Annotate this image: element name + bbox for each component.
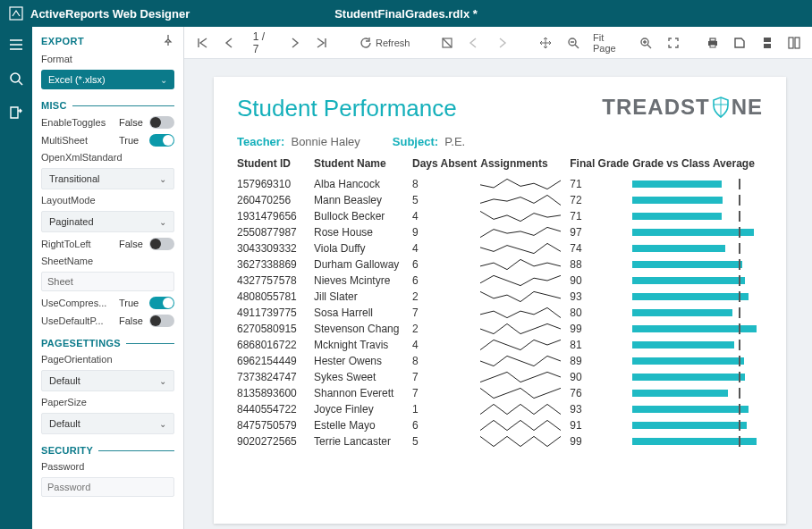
papersize-value: Default — [49, 418, 80, 429]
cell-sparkline — [480, 337, 570, 353]
subject-label: Subject: — [393, 135, 438, 148]
cell-bar — [632, 417, 763, 433]
move-icon[interactable] — [538, 35, 553, 51]
search-icon[interactable] — [7, 70, 25, 88]
layoutmode-label: LayoutMode — [41, 195, 174, 206]
cell-name: Joyce Finley — [314, 401, 412, 417]
fullscreen-icon[interactable] — [665, 35, 680, 51]
table-row: 3627338869Durham Galloway688 — [237, 256, 763, 273]
report-surface[interactable]: Student Performance TREADST NE Teacher: … — [184, 59, 812, 529]
table-row: 4808055781Jill Slater293 — [237, 289, 763, 305]
fit-page-button[interactable]: Fit Page — [593, 32, 626, 54]
col-grade: Final Grade — [570, 155, 632, 176]
chevron-down-icon: ⌄ — [159, 376, 166, 386]
format-select[interactable]: Excel (*.xlsx) ⌄ — [41, 70, 174, 89]
col-id: Student ID — [237, 155, 314, 176]
prev-page-icon[interactable] — [222, 35, 236, 51]
pin-icon[interactable] — [162, 34, 174, 48]
history-back-icon[interactable] — [467, 35, 481, 51]
cell-name: Nieves Mcintyre — [314, 273, 412, 289]
left-rail — [0, 27, 32, 529]
export-icon[interactable] — [7, 104, 25, 122]
papersize-select[interactable]: Default ⌄ — [41, 413, 174, 434]
next-page-icon[interactable] — [288, 35, 302, 51]
table-row: 1931479656Bullock Becker471 — [237, 208, 763, 224]
cell-bar — [632, 369, 763, 385]
svg-rect-10 — [789, 38, 793, 48]
cell-id: 4911739775 — [237, 305, 314, 321]
rtl-switch[interactable] — [149, 238, 174, 250]
print-icon[interactable] — [706, 35, 720, 51]
cell-days: 7 — [412, 305, 480, 321]
single-page-icon[interactable] — [732, 35, 747, 51]
cell-days: 2 — [412, 321, 480, 337]
cell-sparkline — [480, 176, 570, 193]
rtl-label: RightToLeft — [41, 239, 114, 249]
cell-bar — [632, 256, 763, 273]
usedefault-switch[interactable] — [149, 315, 174, 327]
cell-sparkline — [480, 305, 570, 321]
cell-id: 6868016722 — [237, 337, 314, 353]
first-page-icon[interactable] — [195, 35, 209, 51]
cell-grade: 76 — [570, 385, 632, 401]
cell-bar — [632, 224, 763, 240]
last-page-icon[interactable] — [315, 35, 329, 51]
table-row: 260470256Mann Beasley572 — [237, 192, 763, 208]
file-name: StudentFinalGrades.rdlx * — [334, 7, 478, 21]
report-title: Student Performance — [237, 95, 457, 122]
layoutmode-value: Paginated — [49, 216, 94, 227]
cell-grade: 71 — [570, 176, 632, 193]
export-title: EXPORT — [41, 36, 84, 46]
cell-days: 1 — [412, 401, 480, 417]
cell-bar — [632, 385, 763, 401]
pageorientation-label: PageOrientation — [41, 354, 174, 365]
cell-sparkline — [480, 289, 570, 305]
cancel-icon[interactable] — [440, 35, 454, 51]
cell-sparkline — [480, 273, 570, 289]
multisheet-label: MultiSheet — [41, 135, 114, 146]
menu-icon[interactable] — [7, 36, 25, 54]
usecompress-label: UseCompres... — [41, 298, 114, 308]
cell-days: 6 — [412, 256, 480, 273]
shield-icon — [712, 97, 730, 118]
cell-sparkline — [480, 208, 570, 224]
svg-rect-8 — [764, 38, 771, 42]
cell-sparkline — [480, 224, 570, 240]
cell-days: 6 — [412, 417, 480, 433]
cell-name: Stevenson Chang — [314, 321, 412, 337]
continuous-page-icon[interactable] — [759, 35, 774, 51]
openxml-select[interactable]: Transitional ⌄ — [41, 168, 174, 189]
cell-bar — [632, 192, 763, 208]
cell-days: 4 — [412, 240, 480, 256]
page-indicator: 1 / 7 — [250, 30, 275, 55]
cell-name: Jill Slater — [314, 289, 412, 305]
pageorientation-select[interactable]: Default ⌄ — [41, 370, 174, 391]
history-forward-icon[interactable] — [495, 35, 509, 51]
cell-id: 6962154449 — [237, 353, 314, 369]
zoom-out-icon[interactable] — [566, 35, 580, 51]
papersize-label: PaperSize — [41, 397, 174, 407]
openxml-value: Transitional — [49, 173, 99, 184]
sheetname-input[interactable] — [41, 272, 174, 291]
galley-icon[interactable] — [787, 35, 801, 51]
cell-grade: 91 — [570, 417, 632, 433]
zoom-in-icon[interactable] — [639, 35, 653, 51]
password-input[interactable] — [41, 477, 174, 497]
multisheet-switch[interactable] — [149, 134, 174, 147]
refresh-button[interactable]: Refresh — [359, 37, 410, 49]
layoutmode-select[interactable]: Paginated ⌄ — [41, 211, 174, 232]
viewer-toolbar: 1 / 7 Refresh Fit Page — [184, 27, 812, 59]
cell-bar — [632, 176, 763, 193]
cell-days: 5 — [412, 192, 480, 208]
cell-sparkline — [480, 321, 570, 337]
cell-bar — [632, 401, 763, 417]
cell-bar — [632, 337, 763, 353]
report-page: Student Performance TREADST NE Teacher: … — [214, 77, 786, 524]
password-label: Password — [41, 461, 174, 472]
usecompress-switch[interactable] — [149, 297, 174, 309]
cell-grade: 99 — [570, 433, 632, 449]
chevron-down-icon: ⌄ — [159, 174, 166, 184]
table-row: 4327757578Nieves Mcintyre690 — [237, 273, 763, 289]
svg-rect-11 — [795, 38, 799, 48]
enable-toggles-switch[interactable] — [149, 116, 174, 129]
